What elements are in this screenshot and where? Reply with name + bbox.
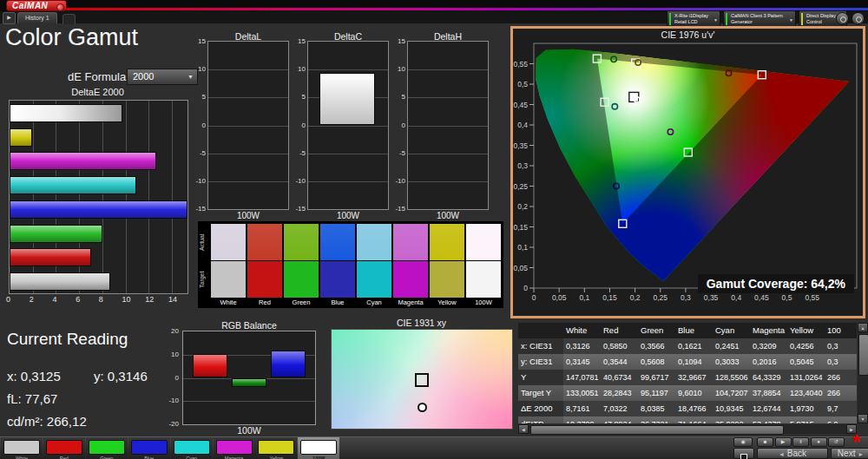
row-label: x: CIE31	[518, 338, 563, 354]
gridline	[308, 154, 388, 154]
device-label: CalMAN Client 3 Pattern Generator	[731, 13, 783, 24]
svg-text:0,2: 0,2	[630, 293, 641, 302]
plot-delta_h	[407, 41, 489, 210]
stop-button[interactable]	[733, 448, 754, 459]
vscroll-thumb[interactable]	[858, 334, 868, 376]
table-horizontal-scrollbar[interactable]: ◀ ▶	[518, 424, 857, 434]
table-cell: 0,5850	[601, 338, 638, 354]
x-axis-label: 100W	[407, 211, 489, 220]
table-cell: 40,6734	[601, 370, 638, 385]
measurement-table[interactable]: WhiteRedGreenBlueCyanMagentaYellow100x: …	[518, 323, 857, 423]
settings-round-button[interactable]	[836, 12, 849, 25]
svg-text:0,2: 0,2	[517, 202, 528, 211]
more-round-button[interactable]	[852, 12, 865, 25]
gridline	[308, 69, 388, 70]
pattern-tab-yellow[interactable]: Yellow	[255, 437, 297, 459]
y-tick-label: 5	[388, 93, 405, 101]
pattern-tab-label: Blue	[128, 456, 170, 459]
pattern-tab-green[interactable]: Green	[86, 437, 128, 459]
next-button[interactable]: Next ►	[831, 448, 868, 459]
swatch-label: Red	[247, 298, 282, 306]
scroll-left-button[interactable]: ◀	[518, 424, 529, 434]
gamut-coverage-value: 64,2%	[811, 277, 845, 291]
logo-text: CalMAN	[12, 1, 48, 10]
table-cell: 0,3566	[638, 338, 675, 354]
tab-history-1[interactable]: History 1	[17, 12, 57, 23]
back-button[interactable]: ◄ Back	[757, 448, 828, 459]
pattern-tab-cyan[interactable]: Cyan	[171, 437, 213, 459]
device-dropdown[interactable]: X-Rite i1Display Retail LCD (LED)▼	[667, 10, 720, 28]
swatch-column-cyan: Cyan	[357, 224, 391, 306]
swatch-column-red: Red	[247, 224, 282, 306]
table-cell: 18,4766	[675, 401, 713, 416]
transport-button-4[interactable]: ↺	[828, 437, 845, 447]
table-row: dEITP10,379947,892436,732171,166435,0292…	[518, 416, 857, 423]
swatch-label: Yellow	[430, 298, 464, 306]
target-swatch	[430, 261, 464, 298]
stop-icon	[740, 454, 747, 459]
de-formula-select[interactable]: 2000 ▼	[127, 69, 198, 85]
transport-button-0[interactable]: ■	[757, 437, 773, 447]
svg-text:0: 0	[523, 284, 528, 292]
swatch-column-magenta: Magenta	[393, 224, 428, 306]
bar-100w	[319, 73, 375, 125]
pattern-tab-100w[interactable]: 100W	[298, 437, 339, 459]
y-tick-label: -10	[288, 177, 306, 185]
cie1931-measured-marker	[418, 403, 427, 412]
y-tick-label: -15	[388, 205, 405, 213]
table-cell: 9,6010	[675, 385, 713, 401]
scroll-up-button[interactable]: ▲	[858, 323, 868, 332]
y-tick-label: 10	[388, 65, 405, 73]
svg-text:0,5: 0,5	[517, 80, 528, 89]
y-tick-label: 0	[388, 121, 405, 129]
pattern-tab-red[interactable]: Red	[43, 437, 85, 459]
deltae-x-axis: 02468101214	[9, 295, 195, 305]
rgb-bar-green	[232, 378, 266, 388]
rgb-bar-red	[193, 354, 227, 378]
scroll-down-button[interactable]: ▼	[858, 414, 868, 423]
swatch-label: 100W	[466, 298, 501, 306]
svg-text:0,3: 0,3	[681, 293, 691, 302]
table-cell: 0,3544	[601, 354, 638, 370]
pattern-tab-magenta[interactable]: Magenta	[214, 437, 255, 459]
pattern-tab-label: Cyan	[171, 456, 213, 459]
y-tick-label: 0	[288, 121, 306, 129]
pattern-tab-white[interactable]: White	[1, 437, 43, 459]
table-row: x: CIE310,31260,58500,35660,16210,24510,…	[518, 338, 857, 354]
logo-menu-dot-icon[interactable]	[56, 3, 64, 11]
col-header-Magenta: Magenta	[750, 323, 787, 338]
transport-button-1[interactable]: ▶	[775, 437, 792, 447]
pattern-swatch	[3, 440, 40, 455]
deltae-bar-cyan	[10, 176, 136, 194]
target-swatch	[247, 261, 282, 298]
table-cell: 8,7161	[563, 401, 601, 416]
x-tick-label: 6	[76, 295, 80, 304]
x-axis-label: 100W	[307, 211, 389, 220]
x-tick-label: 0	[6, 295, 10, 304]
transport-button-2[interactable]: ‖	[792, 437, 809, 447]
pattern-tab-label: Magenta	[214, 456, 255, 459]
table-vertical-scrollbar[interactable]: ▲ ▼	[858, 323, 868, 423]
table-cell: 8,0385	[638, 401, 675, 416]
device-dropdown[interactable]: CalMAN Client 3 Pattern Generator▼	[723, 10, 796, 28]
y-tick-label: 5	[188, 93, 206, 101]
reading-y: y: 0,3146	[94, 369, 148, 384]
history-menu-button[interactable]: ▶	[3, 12, 16, 24]
pattern-tab-blue[interactable]: Blue	[128, 437, 170, 459]
pattern-swatch	[300, 440, 337, 455]
cie1976-panel[interactable]: CIE 1976 u'v' 000,050,050,10,10,150,150,…	[510, 26, 865, 318]
table-cell: 0,2451	[713, 338, 750, 354]
y-tick-label: 0	[188, 121, 206, 129]
transport-button-3[interactable]: ●	[811, 437, 827, 447]
calman-logo[interactable]: CalMAN	[6, 0, 67, 11]
tab-stub[interactable]	[62, 14, 76, 24]
meter-toolbar-button[interactable]: ◉	[733, 437, 753, 447]
table-header-row: WhiteRedGreenBlueCyanMagentaYellow100	[518, 323, 857, 338]
gridline	[308, 126, 388, 127]
table-cell: 53,4378	[750, 416, 787, 423]
table-cell: 12,6744	[750, 401, 787, 416]
swatch-column-yellow: Yellow	[430, 224, 464, 306]
svg-text:0,05: 0,05	[513, 264, 528, 272]
reading-x: x: 0,3125	[7, 369, 61, 384]
hscroll-thumb[interactable]	[530, 425, 784, 435]
